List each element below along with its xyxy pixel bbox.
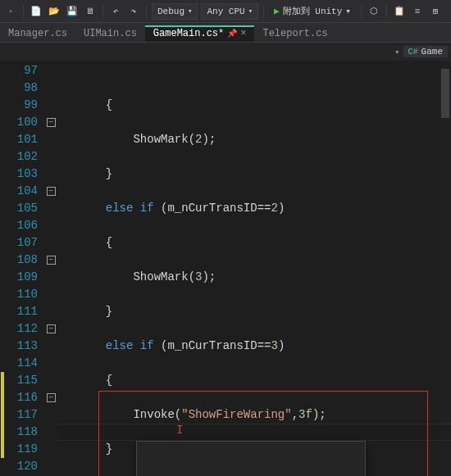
scroll-thumb[interactable]	[441, 69, 449, 118]
tab-teleport[interactable]: Teleport.cs	[254, 25, 335, 42]
line-number-gutter: 9798991001011021031041051061071081091101…	[5, 61, 44, 476]
annotation-cursor-icon: I	[176, 422, 183, 439]
csharp-icon: C#	[408, 48, 418, 57]
play-icon: ▶	[274, 6, 280, 16]
platform-dropdown[interactable]: Any CPU	[201, 3, 258, 20]
tab-gamemain[interactable]: GameMain.cs*📌×	[145, 25, 255, 42]
breadcrumb-bar: ▾ C# Game	[0, 43, 451, 61]
code-editor[interactable]: 9798991001011021031041051061071081091101…	[0, 61, 451, 476]
tool-icon-3[interactable]: ≡	[410, 4, 425, 19]
fold-toggle[interactable]: −	[47, 324, 56, 333]
fold-toggle[interactable]: −	[47, 393, 56, 402]
open-icon[interactable]: 📂	[47, 4, 61, 19]
main-toolbar: ◦ 📄 📂 💾 🗎 ↶ ↷ Debug Any CPU ▶附加到 Unity ▾…	[0, 0, 451, 23]
navigate-back-icon[interactable]: ◦	[3, 4, 18, 19]
dropdown-icon[interactable]: ▾	[394, 47, 400, 57]
fold-toggle[interactable]: −	[47, 256, 56, 265]
tool-icon-1[interactable]: ⬡	[367, 4, 381, 19]
undo-icon[interactable]: ↶	[108, 4, 123, 19]
fold-toggle[interactable]: −	[47, 118, 56, 127]
tab-manager[interactable]: Manager.cs	[0, 25, 75, 42]
new-file-icon[interactable]: 📄	[29, 4, 43, 19]
tool-icon-2[interactable]: 📋	[392, 4, 407, 19]
fold-margin: − − − − −	[44, 61, 57, 476]
breadcrumb-item[interactable]: C# Game	[403, 46, 448, 57]
config-dropdown[interactable]: Debug	[152, 3, 198, 20]
tool-icon-4[interactable]: ⊞	[428, 4, 443, 19]
redo-icon[interactable]: ↷	[126, 4, 141, 19]
code-area[interactable]: { ShowMark(2); } else if (m_nCurTransID=…	[57, 61, 451, 476]
intellisense-popup[interactable]: ◆ m_UIMain ◧ ◆ ▢ ⬡ ■ ⬢ ◉ {} ▯	[136, 441, 366, 476]
editor-tab-bar: Manager.cs UIMain.cs GameMain.cs*📌× Tele…	[0, 23, 451, 43]
vertical-scrollbar[interactable]	[440, 61, 451, 476]
fold-toggle[interactable]: −	[47, 187, 56, 196]
pin-icon[interactable]: 📌	[227, 29, 237, 39]
tab-uimain[interactable]: UIMain.cs	[75, 25, 145, 42]
save-all-icon[interactable]: 🗎	[83, 4, 98, 19]
close-icon[interactable]: ×	[240, 28, 246, 39]
save-icon[interactable]: 💾	[65, 4, 80, 19]
attach-button[interactable]: ▶附加到 Unity ▾	[269, 4, 356, 18]
